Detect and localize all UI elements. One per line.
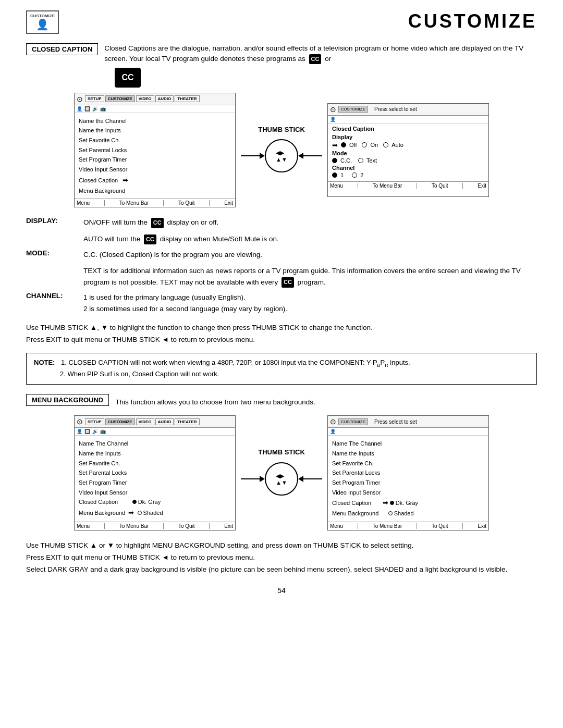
menu-background-section: MENU BACKGROUND This function allows you… <box>26 394 537 530</box>
channel-label: CHANNEL: <box>26 292 78 314</box>
cc-screens-diagram: ⊙ SETUP CUSTOMIZE VIDEO AUDIO THEATER 👤🔲… <box>26 93 537 208</box>
menu-bg-left-icons: 👤🔲🔊📺 <box>75 428 235 436</box>
bottom-text: Use THUMB STICK ▲ or ▼ to highlight MENU… <box>26 540 537 576</box>
radio-text <box>358 158 363 163</box>
menu-bg-left-screen: ⊙ SETUP CUSTOMIZE VIDEO AUDIO THEATER 👤🔲… <box>74 415 236 530</box>
logo-label: CUSTOMIZE <box>30 14 55 18</box>
radio-on <box>362 142 367 147</box>
cc-left-icons: 👤🔲🔊📺 <box>75 105 235 113</box>
closed-caption-label: CLOSED CAPTION <box>26 43 98 55</box>
cc-settings-title: Closed Caption <box>332 126 484 132</box>
closed-caption-section: CLOSED CAPTION Closed Captions are the d… <box>26 43 537 207</box>
page-header: CUSTOMIZE 👤 CUSTOMIZE <box>26 10 537 34</box>
cc-right-icons: 👤 <box>328 116 488 124</box>
cc-left-footer: Menu To Menu Bar To Quit Exit <box>75 199 235 207</box>
menu-bg-description: This function allows you to choose from … <box>115 398 315 406</box>
cc-thumb-stick: THUMB STICK ◀▶▲▼ <box>236 126 327 175</box>
mode-content: C.C. (Closed Caption) is for the program… <box>83 249 537 261</box>
cc-right-footer: Menu To Menu Bar To Quit Exit <box>328 181 488 190</box>
menu-bg-left-menubar: ⊙ SETUP CUSTOMIZE VIDEO AUDIO THEATER <box>75 416 235 428</box>
menu-bg-right-footer: Menu To Menu Bar To Quit Exit <box>328 522 488 530</box>
radio-ch2 <box>352 172 357 178</box>
note-label: NOTE: <box>34 359 55 366</box>
closed-caption-header: CLOSED CAPTION Closed Captions are the d… <box>26 43 537 65</box>
note-box: NOTE: 1. CLOSED CAPTION will not work wh… <box>26 353 537 385</box>
cc-left-menubar: ⊙ SETUP CUSTOMIZE VIDEO AUDIO THEATER <box>75 93 235 105</box>
channel-content: 1 is used for the primary language (usua… <box>83 292 537 314</box>
mode-text2: TEXT is for additional information such … <box>83 265 537 288</box>
cc-right-screen: ⊙ CUSTOMIZE Press select to set 👤 Closed… <box>327 103 489 197</box>
menu-bg-left-footer: Menu To Menu Bar To Quit Exit <box>75 522 235 530</box>
cc-usage-text: Use THUMB STICK ▲, ▼ to highlight the fu… <box>26 322 537 346</box>
cc-large-icon: CC <box>115 68 537 88</box>
thumb-circle-2: ◀▶▲▼ <box>265 462 298 496</box>
radio-auto <box>383 142 388 147</box>
cc-badge-1: CC <box>309 54 322 64</box>
page-title: CUSTOMIZE <box>408 10 537 32</box>
display-content: ON/OFF will turn the CC display on or of… <box>83 217 537 228</box>
menu-bg-right-icons: 👤 <box>328 428 488 436</box>
menu-bg-press-set: Press select to set <box>374 419 417 425</box>
logo-icon: 👤 <box>36 18 49 31</box>
cc-right-press-set: Press select to set <box>374 106 417 112</box>
cc-badge-display: CC <box>151 218 164 228</box>
mode-label: MODE: <box>26 249 78 261</box>
menu-bg-screens-diagram: ⊙ SETUP CUSTOMIZE VIDEO AUDIO THEATER 👤🔲… <box>26 415 537 530</box>
cc-left-screen: ⊙ SETUP CUSTOMIZE VIDEO AUDIO THEATER 👤🔲… <box>74 93 236 208</box>
cc-thumb-label: THUMB STICK <box>258 126 305 134</box>
cc-left-tabs: SETUP CUSTOMIZE VIDEO AUDIO THEATER <box>85 95 200 102</box>
radio-off-selected <box>341 142 346 147</box>
menu-bg-label: MENU BACKGROUND <box>26 394 109 406</box>
display-label: DISPLAY: <box>26 217 78 228</box>
menu-bg-right-content: Name The Channel Name the Inputs Set Fav… <box>328 436 488 522</box>
menu-bg-left-tabs: SETUP CUSTOMIZE VIDEO AUDIO THEATER <box>85 418 200 425</box>
cc-left-content: Name the Channel Name the Inputs Set Fav… <box>75 113 235 199</box>
menu-bg-right-screen: ⊙ CUSTOMIZE Press select to set 👤 Name T… <box>327 415 489 530</box>
logo-box: CUSTOMIZE 👤 <box>26 10 59 34</box>
cc-badge-auto: CC <box>144 235 156 245</box>
menu-bg-right-menubar: ⊙ CUSTOMIZE Press select to set <box>328 416 488 428</box>
cc-right-content: Closed Caption Display ➡ Off On Auto Mod… <box>328 124 488 181</box>
menu-bg-header: MENU BACKGROUND This function allows you… <box>26 394 537 410</box>
radio-ch1-selected <box>332 172 337 178</box>
radio-cc-selected <box>332 158 337 163</box>
menu-bg-thumb-label: THUMB STICK <box>258 448 305 457</box>
cc-badge-mode: CC <box>282 277 294 288</box>
display-section: DISPLAY: ON/OFF will turn the CC display… <box>26 217 537 244</box>
closed-caption-description: Closed Captions are the dialogue, narrat… <box>104 43 537 65</box>
menu-bg-thumb-stick: THUMB STICK ◀▶▲▼ <box>236 448 327 498</box>
channel-section: CHANNEL: 1 is used for the primary langu… <box>26 292 537 314</box>
page-number: 54 <box>26 586 537 595</box>
mode-section: MODE: C.C. (Closed Caption) is for the p… <box>26 249 537 288</box>
cc-channel: 1 2 <box>332 172 484 178</box>
cc-display-off: ➡ Off On Auto <box>332 141 484 149</box>
display-auto-text: AUTO will turn the CC display on when Mu… <box>83 233 537 245</box>
cc-mode: C.C. Text <box>332 157 484 164</box>
thumb-circle-1: ◀▶▲▼ <box>265 139 298 172</box>
menu-bg-left-content: Name The Channel Name the Inputs Set Fav… <box>75 436 235 522</box>
cc-right-menubar: ⊙ CUSTOMIZE Press select to set <box>328 104 488 116</box>
